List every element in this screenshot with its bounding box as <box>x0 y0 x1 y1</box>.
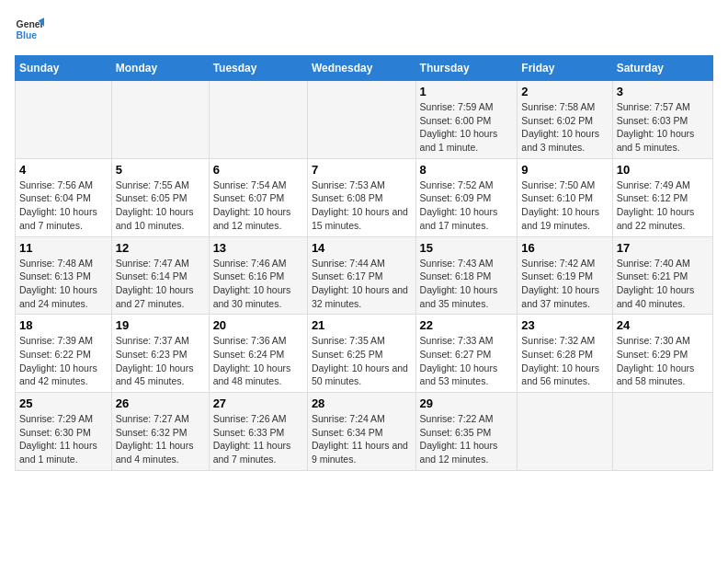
calendar-cell: 17Sunrise: 7:40 AMSunset: 6:21 PMDayligh… <box>612 236 712 315</box>
calendar-cell: 23Sunrise: 7:32 AMSunset: 6:28 PMDayligh… <box>518 315 612 393</box>
day-info: Sunrise: 7:42 AMSunset: 6:19 PMDaylight:… <box>521 257 608 311</box>
day-info: Sunrise: 7:22 AMSunset: 6:35 PMDaylight:… <box>420 412 514 466</box>
day-info: Sunrise: 7:59 AMSunset: 6:00 PMDaylight:… <box>420 100 514 155</box>
calendar-cell: 7Sunrise: 7:53 AMSunset: 6:08 PMDaylight… <box>307 158 415 236</box>
calendar-cell: 20Sunrise: 7:36 AMSunset: 6:24 PMDayligh… <box>209 315 307 393</box>
day-info: Sunrise: 7:53 AMSunset: 6:08 PMDaylight:… <box>312 178 412 233</box>
svg-text:Blue: Blue <box>17 30 38 40</box>
header-thursday: Thursday <box>415 56 518 81</box>
day-info: Sunrise: 7:32 AMSunset: 6:28 PMDaylight:… <box>521 334 608 388</box>
day-number: 21 <box>312 318 412 332</box>
day-number: 13 <box>213 241 303 255</box>
calendar-cell: 28Sunrise: 7:24 AMSunset: 6:34 PMDayligh… <box>307 393 415 471</box>
day-number: 18 <box>19 318 108 332</box>
day-info: Sunrise: 7:58 AMSunset: 6:02 PMDaylight:… <box>521 100 608 155</box>
calendar-cell: 27Sunrise: 7:26 AMSunset: 6:33 PMDayligh… <box>209 393 307 471</box>
calendar-cell <box>16 81 112 159</box>
day-number: 19 <box>116 318 205 332</box>
calendar-cell: 19Sunrise: 7:37 AMSunset: 6:23 PMDayligh… <box>111 315 209 393</box>
day-info: Sunrise: 7:54 AMSunset: 6:07 PMDaylight:… <box>213 178 303 233</box>
day-info: Sunrise: 7:39 AMSunset: 6:22 PMDaylight:… <box>19 334 108 388</box>
day-info: Sunrise: 7:44 AMSunset: 6:17 PMDaylight:… <box>312 257 412 311</box>
calendar-cell: 18Sunrise: 7:39 AMSunset: 6:22 PMDayligh… <box>16 315 112 393</box>
calendar-cell: 11Sunrise: 7:48 AMSunset: 6:13 PMDayligh… <box>16 236 112 315</box>
day-number: 15 <box>420 241 514 255</box>
header-tuesday: Tuesday <box>209 56 307 81</box>
day-number: 24 <box>617 318 709 332</box>
day-number: 7 <box>312 163 412 177</box>
day-info: Sunrise: 7:24 AMSunset: 6:34 PMDaylight:… <box>312 412 412 466</box>
day-info: Sunrise: 7:43 AMSunset: 6:18 PMDaylight:… <box>420 257 514 311</box>
day-number: 8 <box>420 163 514 177</box>
day-info: Sunrise: 7:30 AMSunset: 6:29 PMDaylight:… <box>617 334 709 388</box>
header-saturday: Saturday <box>612 56 712 81</box>
day-info: Sunrise: 7:36 AMSunset: 6:24 PMDaylight:… <box>213 334 303 388</box>
calendar-week-row: 1Sunrise: 7:59 AMSunset: 6:00 PMDaylight… <box>16 81 713 159</box>
calendar-cell: 21Sunrise: 7:35 AMSunset: 6:25 PMDayligh… <box>307 315 415 393</box>
day-number: 9 <box>521 163 608 177</box>
calendar-cell: 10Sunrise: 7:49 AMSunset: 6:12 PMDayligh… <box>612 158 712 236</box>
day-number: 14 <box>312 241 412 255</box>
day-number: 2 <box>521 85 608 98</box>
calendar-cell: 15Sunrise: 7:43 AMSunset: 6:18 PMDayligh… <box>415 236 518 315</box>
day-number: 27 <box>213 396 303 410</box>
header-wednesday: Wednesday <box>307 56 415 81</box>
day-number: 11 <box>19 241 108 255</box>
day-number: 25 <box>19 396 108 410</box>
calendar-cell: 13Sunrise: 7:46 AMSunset: 6:16 PMDayligh… <box>209 236 307 315</box>
calendar-header-row: SundayMondayTuesdayWednesdayThursdayFrid… <box>16 56 713 81</box>
day-info: Sunrise: 7:26 AMSunset: 6:33 PMDaylight:… <box>213 412 303 466</box>
day-number: 6 <box>213 163 303 177</box>
day-number: 23 <box>521 318 608 332</box>
header-sunday: Sunday <box>16 56 112 81</box>
calendar-cell: 14Sunrise: 7:44 AMSunset: 6:17 PMDayligh… <box>307 236 415 315</box>
calendar-cell: 16Sunrise: 7:42 AMSunset: 6:19 PMDayligh… <box>518 236 612 315</box>
day-info: Sunrise: 7:56 AMSunset: 6:04 PMDaylight:… <box>19 178 108 233</box>
day-number: 20 <box>213 318 303 332</box>
day-number: 3 <box>617 85 709 98</box>
day-info: Sunrise: 7:47 AMSunset: 6:14 PMDaylight:… <box>116 257 205 311</box>
day-info: Sunrise: 7:49 AMSunset: 6:12 PMDaylight:… <box>617 178 709 233</box>
day-number: 29 <box>420 396 514 410</box>
day-number: 17 <box>617 241 709 255</box>
calendar-cell: 24Sunrise: 7:30 AMSunset: 6:29 PMDayligh… <box>612 315 712 393</box>
day-number: 22 <box>420 318 514 332</box>
day-info: Sunrise: 7:37 AMSunset: 6:23 PMDaylight:… <box>116 334 205 388</box>
calendar-cell: 9Sunrise: 7:50 AMSunset: 6:10 PMDaylight… <box>518 158 612 236</box>
day-info: Sunrise: 7:27 AMSunset: 6:32 PMDaylight:… <box>116 412 205 466</box>
calendar-week-row: 18Sunrise: 7:39 AMSunset: 6:22 PMDayligh… <box>16 315 713 393</box>
logo: General Blue <box>15 15 44 44</box>
day-info: Sunrise: 7:29 AMSunset: 6:30 PMDaylight:… <box>19 412 108 466</box>
logo-icon: General Blue <box>15 15 44 44</box>
day-info: Sunrise: 7:52 AMSunset: 6:09 PMDaylight:… <box>420 178 514 233</box>
day-number: 16 <box>521 241 608 255</box>
day-info: Sunrise: 7:55 AMSunset: 6:05 PMDaylight:… <box>116 178 205 233</box>
day-info: Sunrise: 7:48 AMSunset: 6:13 PMDaylight:… <box>19 257 108 311</box>
calendar-cell: 25Sunrise: 7:29 AMSunset: 6:30 PMDayligh… <box>16 393 112 471</box>
calendar-cell: 2Sunrise: 7:58 AMSunset: 6:02 PMDaylight… <box>518 81 612 159</box>
day-number: 10 <box>617 163 709 177</box>
header-friday: Friday <box>518 56 612 81</box>
calendar-week-row: 11Sunrise: 7:48 AMSunset: 6:13 PMDayligh… <box>16 236 713 315</box>
calendar-cell: 8Sunrise: 7:52 AMSunset: 6:09 PMDaylight… <box>415 158 518 236</box>
day-info: Sunrise: 7:46 AMSunset: 6:16 PMDaylight:… <box>213 257 303 311</box>
calendar-cell <box>518 393 612 471</box>
calendar-cell: 22Sunrise: 7:33 AMSunset: 6:27 PMDayligh… <box>415 315 518 393</box>
day-number: 26 <box>116 396 205 410</box>
calendar-cell: 6Sunrise: 7:54 AMSunset: 6:07 PMDaylight… <box>209 158 307 236</box>
day-info: Sunrise: 7:57 AMSunset: 6:03 PMDaylight:… <box>617 100 709 155</box>
header-monday: Monday <box>111 56 209 81</box>
calendar-cell <box>111 81 209 159</box>
day-info: Sunrise: 7:35 AMSunset: 6:25 PMDaylight:… <box>312 334 412 388</box>
calendar-week-row: 25Sunrise: 7:29 AMSunset: 6:30 PMDayligh… <box>16 393 713 471</box>
day-number: 28 <box>312 396 412 410</box>
page-header: General Blue <box>15 15 713 44</box>
calendar-cell <box>307 81 415 159</box>
calendar-cell: 4Sunrise: 7:56 AMSunset: 6:04 PMDaylight… <box>16 158 112 236</box>
day-number: 4 <box>19 163 108 177</box>
calendar-cell: 26Sunrise: 7:27 AMSunset: 6:32 PMDayligh… <box>111 393 209 471</box>
calendar-table: SundayMondayTuesdayWednesdayThursdayFrid… <box>15 55 713 471</box>
calendar-cell: 12Sunrise: 7:47 AMSunset: 6:14 PMDayligh… <box>111 236 209 315</box>
day-info: Sunrise: 7:40 AMSunset: 6:21 PMDaylight:… <box>617 257 709 311</box>
calendar-cell: 3Sunrise: 7:57 AMSunset: 6:03 PMDaylight… <box>612 81 712 159</box>
